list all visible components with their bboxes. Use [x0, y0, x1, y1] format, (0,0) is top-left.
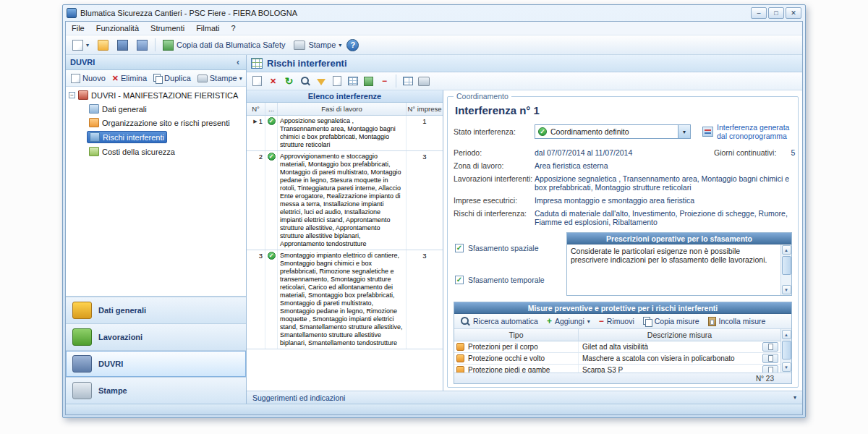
help-button[interactable]: ?	[346, 39, 359, 51]
rimuovi-button[interactable]: −Rimuovi	[597, 316, 637, 326]
menu-filmati[interactable]: Filmati	[190, 22, 225, 34]
edit-misura-button[interactable]	[762, 354, 778, 363]
suggerimenti-bar[interactable]: Suggerimenti ed indicazioni ▾	[247, 391, 802, 404]
tree-item-dati-generali[interactable]: Dati generali	[87, 103, 149, 114]
menu-file[interactable]: File	[66, 22, 90, 34]
panel-layout-button[interactable]	[401, 75, 414, 88]
collapse-rows-button[interactable]: −	[378, 75, 391, 88]
column-descrizione[interactable]: Descrizione misura	[579, 329, 780, 341]
grid-view-button[interactable]	[346, 75, 359, 88]
table-row[interactable]: ▶1 ✓ Apposizione segnaletica , Transenna…	[247, 116, 443, 151]
close-button[interactable]: ✕	[786, 7, 801, 19]
note-icon	[768, 367, 773, 373]
filter-button[interactable]	[314, 75, 328, 88]
nav-lavorazioni[interactable]: Lavorazioni	[66, 323, 246, 350]
preview-icon	[333, 76, 341, 86]
column-fasi[interactable]: Fasi di lavoro	[278, 103, 407, 115]
main-panel: Rischi interferenti ✕ ↻ −	[247, 55, 802, 404]
delete-interferenza-button[interactable]: ✕	[266, 75, 280, 88]
scroll-up-icon[interactable]: ▲	[782, 330, 791, 339]
print-button[interactable]	[417, 75, 430, 88]
nav-stampe[interactable]: Stampe	[66, 377, 246, 404]
scroll-up-icon[interactable]: ▲	[782, 245, 791, 255]
refresh-button[interactable]: ↻	[282, 75, 296, 88]
minimize-button[interactable]: –	[751, 7, 767, 19]
elimina-label: Elimina	[121, 74, 147, 82]
scroll-down-icon[interactable]: ▼	[782, 362, 791, 372]
sidebar-toolbar: Nuovo ✕Elimina Duplica Stampe▾	[66, 70, 246, 87]
new-document-button[interactable]: ▾	[69, 37, 93, 53]
open-button[interactable]	[94, 37, 112, 53]
misure-scrollbar[interactable]: ▲ ▼	[780, 329, 791, 373]
column-tipo[interactable]: Tipo	[454, 329, 579, 341]
table-row[interactable]: 2 ✓ Approvvigionamento e stoccaggio mate…	[247, 151, 443, 250]
edit-interferenza-button[interactable]	[250, 75, 264, 88]
edit-misura-button[interactable]	[762, 342, 778, 352]
save-button[interactable]	[114, 37, 132, 53]
title-bar: Blumatica Sicurezza Cantieri - PSC Fiere…	[63, 5, 805, 21]
costi-sicurezza-icon	[89, 147, 99, 156]
nav-dati-generali[interactable]: Dati generali	[66, 297, 246, 323]
preview-button[interactable]	[330, 75, 344, 88]
status-check-icon: ✓	[268, 153, 276, 161]
edit-misura-button[interactable]	[762, 365, 778, 373]
toolbar-separator	[155, 38, 156, 51]
zona-row: Zona di lavoro: Area fieristica esterna	[454, 161, 792, 170]
stampe-toolbar-button[interactable]: Stampe ▾	[290, 37, 345, 53]
menu-bar: File Funzionalità Strumenti Filmati ?	[66, 22, 802, 35]
column-n[interactable]: N°	[247, 103, 265, 115]
export-button[interactable]	[362, 75, 375, 88]
suggerimenti-label: Suggerimenti ed indicazioni	[252, 393, 345, 402]
ricerca-automatica-button[interactable]: Ricerca automatica	[458, 315, 540, 327]
prescrizioni-textarea[interactable]: Considerate le particolari esigenze non …	[567, 244, 780, 295]
collapse-rows-icon: −	[382, 77, 387, 85]
menu-funzionalita[interactable]: Funzionalità	[90, 22, 145, 34]
scroll-down-icon[interactable]: ▼	[782, 285, 791, 294]
prescrizioni-scrollbar[interactable]: ▲ ▼	[780, 244, 791, 295]
copia-dati-icon	[163, 40, 174, 51]
new-document-icon	[72, 40, 83, 51]
column-status[interactable]: ...	[265, 103, 278, 115]
search-button[interactable]	[298, 75, 312, 88]
misura-row[interactable]: Protezione piedi e gambe Scarpa S3 P	[454, 365, 780, 373]
coordinamento-groupbox: Coordinamento Interferenza n° 1 Stato in…	[447, 96, 799, 388]
stampe-sidebar-button[interactable]: Stampe▾	[195, 72, 245, 84]
lavorazioni-nav-icon	[72, 328, 92, 346]
table-row[interactable]: 3 ✓ Smontaggio impianto elettrico di can…	[247, 250, 443, 349]
copia-misure-button[interactable]: Copia misure	[641, 316, 702, 326]
scroll-thumb[interactable]	[782, 256, 791, 275]
tree-item-costi-sicurezza[interactable]: Costi della sicurezza	[87, 146, 177, 157]
stato-interferenza-select[interactable]: ✓ Coordinamento definito ▾	[535, 124, 691, 139]
elimina-button[interactable]: ✕Elimina	[109, 72, 150, 84]
menu-strumenti[interactable]: Strumenti	[145, 22, 190, 34]
maximize-button[interactable]: □	[768, 7, 784, 19]
tree-root[interactable]: − DUVRI - MANIFESTAZIONE FIERISTICA	[67, 90, 244, 101]
tree-expander-icon[interactable]: −	[69, 92, 75, 98]
duplica-button[interactable]: Duplica	[150, 72, 194, 84]
tree-item-label: Costi della sicurezza	[102, 148, 175, 156]
aggiungi-button[interactable]: +Aggiungi▾	[545, 316, 592, 326]
incolla-misure-button[interactable]: Incolla misure	[706, 316, 768, 327]
tree-item-organizzazione-sito[interactable]: Organizzazione sito e rischi presenti	[87, 117, 232, 128]
nuovo-button[interactable]: Nuovo	[68, 72, 109, 85]
cronoprogramma-link[interactable]: Interferenza generata dal cronoprogramma	[702, 123, 792, 140]
stato-dropdown-button[interactable]: ▾	[678, 125, 690, 138]
paste-icon	[708, 317, 716, 326]
search-icon	[460, 316, 470, 326]
scroll-thumb[interactable]	[782, 341, 791, 359]
menu-help[interactable]: ?	[226, 22, 242, 34]
nav-duvri[interactable]: DUVRI	[66, 350, 246, 377]
open-folder-icon	[98, 40, 109, 51]
window-controls: – □ ✕	[751, 7, 801, 19]
save-all-button[interactable]	[133, 37, 151, 53]
nuovo-icon	[71, 74, 80, 83]
misura-row[interactable]: Protezioni per il corpo Gilet ad alta vi…	[454, 341, 780, 353]
column-imprese[interactable]: N° imprese	[407, 103, 443, 115]
misura-row[interactable]: Protezione occhi e volto Maschere a scat…	[454, 353, 780, 365]
copia-dati-button[interactable]: Copia dati da Blumatica Safety	[159, 37, 289, 53]
aggiungi-label: Aggiungi	[555, 317, 584, 326]
sfasamento-spaziale-checkbox[interactable]: ✓ Sfasamento spaziale	[455, 244, 561, 252]
tree-item-rischi-interferenti[interactable]: Rischi interferenti	[87, 131, 167, 143]
sfasamento-temporale-checkbox[interactable]: ✓ Sfasamento temporale	[455, 276, 561, 284]
collapse-sidebar-button[interactable]: ‹	[234, 57, 242, 67]
